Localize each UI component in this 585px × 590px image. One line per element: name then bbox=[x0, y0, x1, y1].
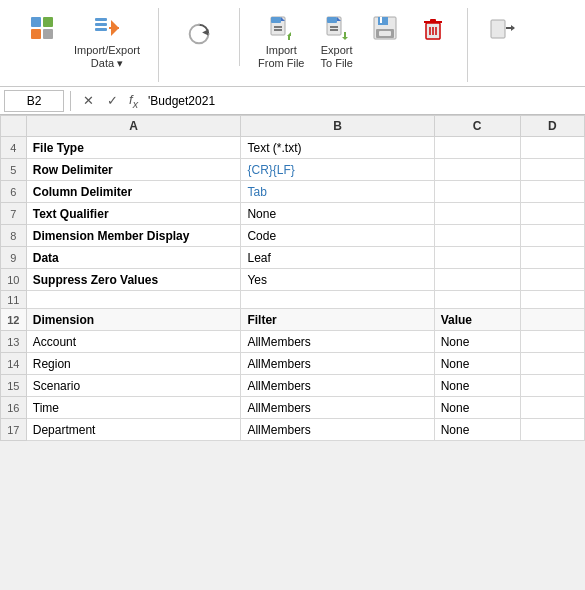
cell-c[interactable]: None bbox=[434, 375, 520, 397]
svg-rect-25 bbox=[378, 17, 388, 25]
cell-d[interactable] bbox=[520, 181, 584, 203]
cell-a[interactable]: Time bbox=[26, 397, 241, 419]
cell-b[interactable]: Tab bbox=[241, 181, 434, 203]
import-from-file-button[interactable]: ImportFrom File bbox=[252, 8, 310, 74]
formula-input[interactable] bbox=[144, 90, 581, 112]
cell-d[interactable] bbox=[520, 397, 584, 419]
cell-a[interactable]: Suppress Zero Values bbox=[26, 269, 241, 291]
refresh-button[interactable] bbox=[171, 8, 227, 62]
cell-b[interactable]: Leaf bbox=[241, 247, 434, 269]
cell-b[interactable]: Code bbox=[241, 225, 434, 247]
col-header-b[interactable]: B bbox=[241, 116, 434, 137]
ribbon-group-actions: ImportFrom File Exp bbox=[240, 8, 468, 82]
corner-header bbox=[1, 116, 27, 137]
cell-c[interactable] bbox=[434, 181, 520, 203]
cell-c[interactable] bbox=[434, 159, 520, 181]
cell-c[interactable] bbox=[434, 137, 520, 159]
cell-d[interactable] bbox=[520, 353, 584, 375]
table-row: 8Dimension Member DisplayCode bbox=[1, 225, 585, 247]
table-row: 14RegionAllMembersNone bbox=[1, 353, 585, 375]
cell-c[interactable] bbox=[434, 291, 520, 309]
cell-b[interactable]: Yes bbox=[241, 269, 434, 291]
svg-marker-9 bbox=[202, 29, 208, 35]
cell-d[interactable] bbox=[520, 269, 584, 291]
table-row: 15ScenarioAllMembersNone bbox=[1, 375, 585, 397]
formula-bar: B2 ✕ ✓ fx bbox=[0, 87, 585, 115]
cell-b[interactable]: AllMembers bbox=[241, 331, 434, 353]
row-number: 7 bbox=[1, 203, 27, 225]
model-button[interactable] bbox=[20, 8, 64, 48]
export-to-file-button[interactable]: ExportTo File bbox=[314, 8, 358, 74]
cell-a[interactable]: Row Delimiter bbox=[26, 159, 241, 181]
cell-a[interactable]: Region bbox=[26, 353, 241, 375]
formula-buttons: ✕ ✓ bbox=[77, 90, 123, 112]
cell-a[interactable]: Text Qualifier bbox=[26, 203, 241, 225]
cell-c[interactable] bbox=[434, 225, 520, 247]
cell-d[interactable] bbox=[520, 203, 584, 225]
svg-marker-15 bbox=[287, 32, 291, 36]
cell-reference[interactable]: B2 bbox=[4, 90, 64, 112]
cell-c[interactable]: None bbox=[434, 331, 520, 353]
cell-b[interactable]: Filter bbox=[241, 309, 434, 331]
cell-b[interactable]: None bbox=[241, 203, 434, 225]
cell-d[interactable] bbox=[520, 291, 584, 309]
cell-d[interactable] bbox=[520, 375, 584, 397]
table-row: 4File TypeText (*.txt) bbox=[1, 137, 585, 159]
cell-a[interactable]: Department bbox=[26, 419, 241, 441]
confirm-formula-button[interactable]: ✓ bbox=[101, 90, 123, 112]
export-to-file-label: ExportTo File bbox=[320, 44, 352, 70]
formula-bar-divider bbox=[70, 91, 71, 111]
cell-a[interactable]: Dimension Member Display bbox=[26, 225, 241, 247]
svg-rect-35 bbox=[491, 20, 505, 38]
delete-button[interactable] bbox=[411, 8, 455, 48]
svg-rect-0 bbox=[31, 17, 41, 27]
cell-d[interactable] bbox=[520, 159, 584, 181]
table-row: 13AccountAllMembersNone bbox=[1, 331, 585, 353]
cell-d[interactable] bbox=[520, 225, 584, 247]
col-header-c[interactable]: C bbox=[434, 116, 520, 137]
cell-b[interactable]: AllMembers bbox=[241, 419, 434, 441]
cell-a[interactable]: Column Delimiter bbox=[26, 181, 241, 203]
svg-rect-4 bbox=[95, 18, 107, 21]
cell-c[interactable]: None bbox=[434, 419, 520, 441]
row-number: 10 bbox=[1, 269, 27, 291]
cell-a[interactable]: Account bbox=[26, 331, 241, 353]
import-export-button[interactable]: Import/ExportData ▾ bbox=[68, 8, 146, 74]
delete-icon bbox=[417, 12, 449, 44]
cell-b[interactable]: AllMembers bbox=[241, 353, 434, 375]
svg-rect-26 bbox=[380, 17, 382, 23]
cell-a[interactable] bbox=[26, 291, 241, 309]
logoff-icon bbox=[486, 12, 518, 44]
cell-a[interactable]: Scenario bbox=[26, 375, 241, 397]
svg-marker-37 bbox=[511, 25, 515, 31]
cell-b[interactable]: {CR}{LF} bbox=[241, 159, 434, 181]
cell-c[interactable]: Value bbox=[434, 309, 520, 331]
cell-d[interactable] bbox=[520, 247, 584, 269]
cancel-formula-button[interactable]: ✕ bbox=[77, 90, 99, 112]
col-header-d[interactable]: D bbox=[520, 116, 584, 137]
refresh-icon bbox=[179, 10, 219, 58]
cell-c[interactable] bbox=[434, 247, 520, 269]
cell-a[interactable]: File Type bbox=[26, 137, 241, 159]
cell-b[interactable]: AllMembers bbox=[241, 375, 434, 397]
cell-d[interactable] bbox=[520, 309, 584, 331]
table-row: 7Text QualifierNone bbox=[1, 203, 585, 225]
cell-b[interactable]: AllMembers bbox=[241, 397, 434, 419]
cell-a[interactable]: Data bbox=[26, 247, 241, 269]
export-to-file-icon bbox=[321, 12, 353, 44]
cell-c[interactable]: None bbox=[434, 353, 520, 375]
cell-c[interactable]: None bbox=[434, 397, 520, 419]
logoff-button[interactable] bbox=[480, 8, 524, 48]
cell-d[interactable] bbox=[520, 419, 584, 441]
cell-b[interactable] bbox=[241, 291, 434, 309]
cell-a[interactable]: Dimension bbox=[26, 309, 241, 331]
row-number: 15 bbox=[1, 375, 27, 397]
cell-c[interactable] bbox=[434, 269, 520, 291]
cell-c[interactable] bbox=[434, 203, 520, 225]
cell-d[interactable] bbox=[520, 331, 584, 353]
cell-b[interactable]: Text (*.txt) bbox=[241, 137, 434, 159]
table-row: 16TimeAllMembersNone bbox=[1, 397, 585, 419]
col-header-a[interactable]: A bbox=[26, 116, 241, 137]
save-button[interactable] bbox=[363, 8, 407, 48]
cell-d[interactable] bbox=[520, 137, 584, 159]
